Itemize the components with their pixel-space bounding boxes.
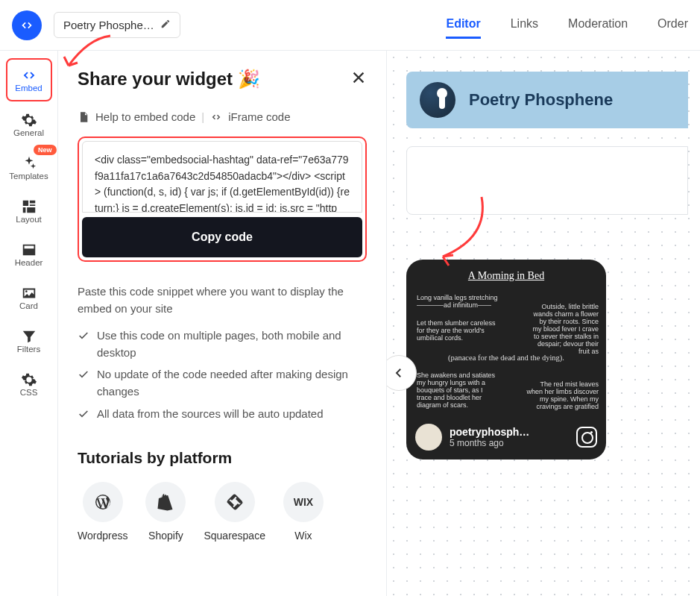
embed-code-box[interactable]: <div class="embedsocial-hashtag" data-re…: [82, 141, 362, 213]
new-badge: New: [34, 145, 57, 155]
instagram-icon: [576, 427, 597, 448]
document-icon: [78, 111, 89, 123]
check-icon: [78, 408, 89, 420]
tab-moderation[interactable]: Moderation: [568, 11, 628, 39]
gear-icon: [21, 371, 37, 388]
platform-wix[interactable]: WIX Wix: [283, 482, 324, 542]
sidebar-item-label: Filters: [17, 345, 40, 354]
shopify-icon: [157, 493, 174, 511]
benefit-item: All data from the sources will be auto u…: [78, 405, 367, 422]
post-timestamp: 5 months ago: [450, 438, 529, 448]
close-icon: [350, 69, 367, 86]
help-embed-link[interactable]: Help to embed code: [95, 110, 195, 123]
pencil-icon: [160, 19, 171, 31]
post-text: She awakens and satiates my hungry lungs…: [417, 371, 499, 409]
sidebar-item-header[interactable]: Header: [6, 234, 52, 275]
platform-label: Shopify: [148, 530, 183, 542]
code-highlight-box: <div class="embedsocial-hashtag" data-re…: [78, 137, 367, 262]
benefit-item: Use this code on multiple pages, both mo…: [78, 327, 367, 362]
sidebar-item-filters[interactable]: Filters: [6, 321, 52, 361]
preview-widget-title: Poetry Phosphene: [469, 90, 613, 110]
chevron-left-icon: [392, 366, 406, 380]
post-text: Outside, little brittle wands charm a fl…: [530, 303, 599, 355]
benefit-text: No update of the code needed after makin…: [97, 366, 367, 401]
wix-icon: WIX: [283, 482, 324, 522]
tab-links[interactable]: Links: [511, 11, 538, 39]
layout-icon: [21, 198, 37, 215]
sidebar-item-label: Embed: [15, 84, 42, 92]
code-icon: [21, 67, 37, 84]
preview-avatar: [420, 82, 455, 118]
preview-empty-card: [406, 146, 688, 215]
check-icon: [78, 368, 89, 380]
post-text: The red mist leaves when her limbs disco…: [526, 380, 599, 410]
tutorials-title: Tutorials by platform: [78, 449, 367, 467]
widget-title-box[interactable]: Poetry Phosphe…: [54, 12, 180, 38]
benefit-item: No update of the code needed after makin…: [78, 366, 367, 401]
platform-wordpress[interactable]: Wordpress: [78, 482, 127, 542]
sidebar-item-card[interactable]: Card: [6, 277, 52, 318]
code-icon: [210, 111, 222, 123]
sidebar-item-label: Card: [19, 301, 38, 310]
close-button[interactable]: [350, 69, 367, 89]
post-avatar: [415, 424, 442, 451]
copy-code-button[interactable]: Copy code: [82, 217, 362, 257]
post-text: Let them slumber careless for they are t…: [417, 319, 499, 342]
sidebar-item-templates[interactable]: New Templates: [6, 148, 52, 188]
platform-shopify[interactable]: Shopify: [145, 482, 186, 542]
tab-editor[interactable]: Editor: [446, 11, 480, 39]
platform-label: Wix: [294, 530, 312, 542]
sidebar-item-label: CSS: [20, 388, 38, 397]
header-icon: [21, 242, 37, 258]
sidebar-item-css[interactable]: CSS: [6, 364, 52, 404]
post-text: (panacea for the dead and the dying).: [406, 354, 606, 362]
post-title: A Morning in Bed: [406, 270, 606, 282]
post-username: poetryphosph…: [450, 426, 529, 438]
check-icon: [78, 330, 89, 342]
sidebar-item-general[interactable]: General: [6, 104, 52, 145]
platform-label: Wordpress: [78, 530, 127, 542]
platform-squarespace[interactable]: Squarespace: [204, 482, 265, 542]
wordpress-icon: [94, 493, 112, 511]
gear-icon: [21, 112, 37, 128]
sparkle-icon: [21, 155, 37, 172]
squarespace-icon: [226, 493, 244, 511]
app-logo[interactable]: [12, 10, 42, 40]
panel-title: Share your widget 🎉: [78, 69, 260, 90]
divider: |: [201, 110, 204, 123]
iframe-code-link[interactable]: iFrame code: [228, 110, 290, 123]
tab-order[interactable]: Order: [658, 11, 688, 39]
post-text: Long vanilla legs stretching ————ad infi…: [417, 294, 506, 309]
preview-post-card[interactable]: A Morning in Bed Long vanilla legs stret…: [406, 260, 606, 459]
image-icon: [21, 285, 37, 301]
sidebar-item-embed[interactable]: Embed: [6, 58, 52, 101]
sidebar-item-label: General: [13, 128, 44, 137]
benefit-text: All data from the sources will be auto u…: [97, 405, 324, 422]
platform-label: Squarespace: [204, 530, 265, 542]
paste-instruction: Paste this code snippet where you want t…: [78, 283, 367, 318]
widget-title: Poetry Phosphe…: [63, 19, 154, 31]
sidebar-item-label: Templates: [9, 172, 48, 181]
sidebar-item-label: Layout: [16, 215, 42, 224]
filter-icon: [21, 328, 37, 345]
benefit-text: Use this code on multiple pages, both mo…: [97, 327, 367, 362]
sidebar-item-layout[interactable]: Layout: [6, 191, 52, 231]
preview-widget-header: Poetry Phosphene: [406, 72, 688, 128]
sidebar-item-label: Header: [15, 258, 43, 267]
